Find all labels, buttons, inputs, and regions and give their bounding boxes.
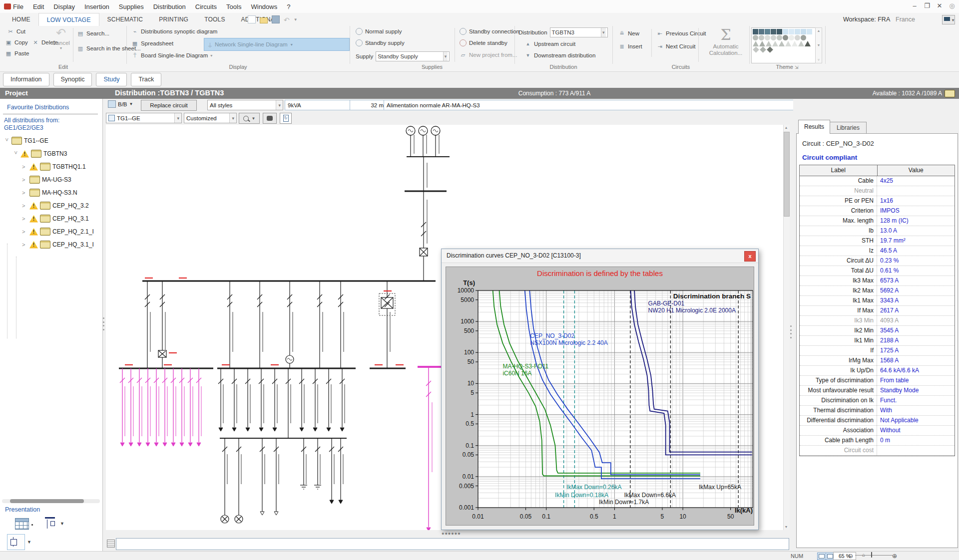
- spreadsheet-button[interactable]: ▦Spreadsheet: [131, 40, 173, 47]
- sidebar-scroll-thumb[interactable]: [10, 499, 84, 503]
- theme-triangle-swatch[interactable]: [759, 41, 765, 46]
- theme-triangle-swatch[interactable]: [805, 41, 811, 46]
- table-row[interactable]: Neutral: [800, 186, 955, 196]
- supply-select[interactable]: Standby Supply▾: [376, 51, 450, 61]
- table-row[interactable]: AssociationWithout: [800, 426, 955, 436]
- table-row[interactable]: STH19.7 mm²: [800, 236, 955, 246]
- paste-button[interactable]: ▦Paste: [5, 50, 29, 57]
- ribbon-tab-low-voltage[interactable]: LOW VOLTAGE: [38, 13, 99, 26]
- theme-square-swatch[interactable]: [771, 29, 776, 34]
- theme-circle-swatch[interactable]: [777, 35, 782, 40]
- theme-diamond-swatch[interactable]: [760, 46, 766, 53]
- dialog-close-button[interactable]: x: [744, 251, 756, 262]
- sheet-icon[interactable]: [107, 540, 115, 548]
- standby-supply-button[interactable]: Standby supply: [356, 39, 405, 46]
- chevron-down-icon[interactable]: >: [13, 151, 19, 157]
- spreadsheet-view-icon[interactable]: [15, 518, 29, 530]
- theme-diamond-swatch[interactable]: [753, 46, 759, 53]
- table-row[interactable]: IrMg Max1568 A: [800, 356, 955, 366]
- table-row[interactable]: If1725 A: [800, 346, 955, 356]
- menu-supplies[interactable]: Supplies: [119, 3, 144, 10]
- table-row[interactable]: Ik2 Max5692 A: [800, 286, 955, 296]
- ribbon-tab-printing[interactable]: PRINTING: [151, 13, 196, 26]
- theme-square-swatch[interactable]: [777, 29, 782, 34]
- chevron-right-icon[interactable]: >: [22, 216, 27, 222]
- chevron-right-icon[interactable]: >: [22, 190, 27, 196]
- tab-results[interactable]: Results: [798, 120, 830, 134]
- menu-windows[interactable]: Windows: [251, 3, 277, 10]
- menu-insertion[interactable]: Insertion: [84, 3, 109, 10]
- chevron-down-icon[interactable]: >: [4, 138, 10, 144]
- menu-edit[interactable]: Edit: [33, 3, 44, 10]
- table-row[interactable]: Ik3 Min4093 A: [800, 316, 955, 326]
- tree-item-cep_hq_3.2[interactable]: >!CEP_HQ_3.2: [0, 200, 102, 212]
- new-file-icon[interactable]: [248, 15, 256, 23]
- table-row[interactable]: Type of discriminationFrom table: [800, 376, 955, 386]
- scroll-down-icon[interactable]: ▼: [783, 524, 789, 530]
- theme-square-swatch[interactable]: [783, 29, 788, 34]
- close-button[interactable]: ✕: [936, 2, 944, 9]
- tree-item-cep_hq_3.1[interactable]: >!CEP_HQ_3.1: [0, 213, 102, 225]
- table-row[interactable]: Cable4x25: [800, 176, 955, 186]
- table-row[interactable]: If Max2617 A: [800, 306, 955, 316]
- theme-triangle-swatch[interactable]: [798, 41, 804, 46]
- table-row[interactable]: Discrimination on IkFunct.: [800, 396, 955, 406]
- tree-item-ma-hq-s3.n[interactable]: >MA-HQ-S3.N: [0, 187, 102, 199]
- workspace-monitor-icon[interactable]: ▾: [942, 15, 955, 24]
- theme-circle-swatch[interactable]: [753, 35, 758, 40]
- theme-square-swatch[interactable]: [765, 29, 770, 34]
- restore-button[interactable]: ❐: [923, 2, 931, 9]
- table-row[interactable]: Ik1 Min2188 A: [800, 336, 955, 346]
- automatic-calculation-button[interactable]: Σ AutomaticCalculation...: [703, 26, 748, 56]
- table-row[interactable]: Max. length128 m (IC): [800, 216, 955, 226]
- theme-circle-swatch[interactable]: [789, 35, 794, 40]
- tab-libraries[interactable]: Libraries: [830, 122, 867, 134]
- page-layout-icon[interactable]: [817, 553, 826, 560]
- search-button[interactable]: ▤Search...: [77, 30, 109, 37]
- theme-triangle-swatch[interactable]: [766, 41, 772, 46]
- canvas-scroll-thumb[interactable]: [784, 132, 790, 217]
- tree-item-cep_hq_2.1_i[interactable]: >!CEP_HQ_2.1_I: [0, 226, 102, 238]
- chevron-right-icon[interactable]: >: [22, 242, 27, 248]
- table-row[interactable]: Cable path Length0 m: [800, 436, 955, 446]
- menu-circuits[interactable]: Circuits: [195, 3, 217, 10]
- cut-button[interactable]: ✂Cut: [7, 28, 25, 35]
- chevron-right-icon[interactable]: >: [22, 177, 27, 183]
- board-folder-icon[interactable]: [945, 90, 955, 97]
- chevron-right-icon[interactable]: >: [22, 203, 27, 209]
- favourite-distributions-link[interactable]: Favourite Distributions: [7, 104, 69, 111]
- theme-square-swatch[interactable]: [759, 29, 764, 34]
- theme-triangle-swatch[interactable]: [779, 41, 785, 46]
- table-row[interactable]: Ib13.0 A: [800, 226, 955, 236]
- single-line-view-button[interactable]: [7, 534, 25, 550]
- power-input[interactable]: 9kVA: [285, 100, 354, 110]
- theme-square-swatch[interactable]: [795, 29, 800, 34]
- standby-connection-button[interactable]: Standby connection: [460, 28, 519, 35]
- tree-item-cep_hq_3.1_i[interactable]: >!CEP_HQ_3.1_I: [0, 239, 102, 251]
- undo-icon[interactable]: ↶: [284, 16, 290, 23]
- length-input[interactable]: 32 m: [350, 100, 387, 110]
- theme-square-swatch[interactable]: [801, 29, 806, 34]
- theme-circle-swatch[interactable]: [795, 35, 800, 40]
- theme-diamond-swatch[interactable]: [767, 46, 773, 53]
- table-row[interactable]: CriterionIMPOS: [800, 206, 955, 216]
- tree-item-tg1--ge[interactable]: >TG1--GE: [0, 135, 102, 147]
- distribution-select[interactable]: TGBTN3▾: [550, 27, 608, 37]
- next-circuit-button[interactable]: ⇥Next Circuit: [656, 43, 695, 50]
- theme-circle-swatch[interactable]: [765, 35, 770, 40]
- minimize-button[interactable]: –: [911, 2, 919, 9]
- board-single-line-button[interactable]: ⍑Board Single-line Diagram▾: [131, 52, 212, 59]
- board-diagram-dropdown-icon[interactable]: ▼: [60, 521, 64, 526]
- theme-scrollbar[interactable]: ▲▼▿: [815, 27, 822, 63]
- theme-circle-swatch[interactable]: [801, 35, 806, 40]
- view-mode-select[interactable]: Customized▾: [184, 113, 237, 123]
- binoculars-button[interactable]: [263, 113, 277, 124]
- table-row[interactable]: Thermal discriminationWith: [800, 406, 955, 416]
- menu-distribution[interactable]: Distribution: [153, 3, 186, 10]
- theme-square-swatch[interactable]: [807, 29, 812, 34]
- chevron-right-icon[interactable]: >: [22, 164, 27, 170]
- theme-square-swatch[interactable]: [753, 29, 758, 34]
- sheet-designation-input[interactable]: [116, 538, 789, 550]
- view-tab-synoptic[interactable]: Synoptic: [53, 73, 92, 86]
- table-row[interactable]: Total ΔU0.61 %: [800, 266, 955, 276]
